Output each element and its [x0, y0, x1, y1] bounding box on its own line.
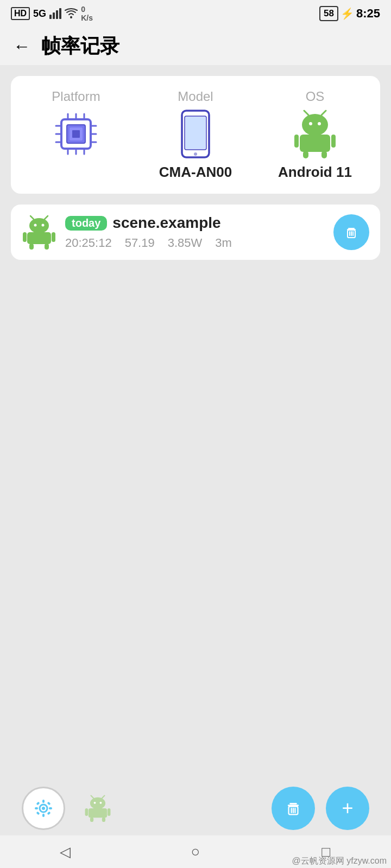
svg-line-29: [304, 111, 308, 115]
svg-point-53: [42, 807, 45, 810]
android-faded-icon: [84, 793, 111, 824]
svg-rect-61: [47, 811, 51, 815]
svg-rect-1: [53, 12, 55, 19]
svg-rect-67: [89, 808, 107, 818]
nav-home-button[interactable]: ○: [179, 841, 212, 863]
record-title-row: today scene.example: [65, 214, 325, 232]
plus-icon: +: [342, 799, 353, 818]
svg-line-39: [30, 216, 34, 219]
bottom-left-actions: [22, 787, 119, 830]
os-label: OS: [306, 89, 325, 104]
svg-rect-56: [35, 807, 38, 809]
back-button[interactable]: ←: [13, 36, 30, 56]
svg-rect-45: [45, 244, 49, 250]
svg-rect-24: [186, 117, 205, 149]
svg-rect-68: [85, 808, 88, 816]
svg-point-62: [90, 797, 105, 809]
svg-point-37: [34, 224, 37, 227]
bottom-right-actions: +: [272, 787, 369, 830]
delete-all-button[interactable]: [272, 787, 315, 830]
gear-icon: [33, 797, 54, 819]
today-badge: today: [65, 216, 107, 231]
svg-point-36: [29, 218, 49, 233]
nav-back-button[interactable]: ◁: [49, 841, 81, 863]
status-signal-5g: 5G: [33, 8, 46, 20]
svg-point-27: [309, 122, 312, 125]
svg-point-64: [100, 802, 102, 804]
svg-rect-72: [289, 803, 297, 805]
svg-rect-69: [108, 808, 110, 816]
header: ← 帧率记录: [0, 27, 391, 65]
os-value: Android 11: [278, 164, 352, 181]
status-left: HD 5G 0K/s: [11, 5, 93, 22]
svg-rect-44: [29, 244, 34, 250]
settings-button[interactable]: [22, 787, 65, 830]
phone-icon: [176, 110, 215, 158]
record-scene-name: scene.example: [112, 214, 220, 232]
main-content: Platform: [0, 65, 391, 825]
svg-rect-58: [36, 801, 40, 805]
svg-line-65: [91, 796, 94, 799]
model-value: CMA-AN00: [159, 164, 232, 181]
record-item: today scene.example 20:25:12 57.19 3.85W…: [11, 205, 380, 260]
svg-point-4: [70, 16, 72, 18]
platform-label: Platform: [52, 89, 100, 104]
time-display: 8:25: [356, 7, 380, 21]
svg-rect-60: [36, 811, 40, 815]
svg-rect-8: [72, 130, 80, 138]
trash-icon-bottom: [283, 799, 303, 818]
svg-rect-46: [348, 228, 355, 229]
record-info: today scene.example 20:25:12 57.19 3.85W…: [65, 214, 325, 250]
svg-rect-3: [59, 8, 61, 19]
svg-line-66: [102, 796, 105, 799]
os-column: OS Android 11: [255, 89, 375, 181]
svg-line-40: [45, 216, 48, 219]
android-filter-button[interactable]: [76, 787, 119, 830]
watermark: @云帆资源网 yfzyw.com: [292, 856, 387, 867]
status-right: 58 ⚡ 8:25: [319, 6, 380, 21]
wifi-icon: [65, 8, 78, 19]
record-power: 3.85W: [168, 236, 203, 250]
cpu-icon: [52, 110, 100, 158]
svg-rect-43: [52, 232, 55, 242]
trash-icon: [343, 224, 360, 241]
record-delete-button[interactable]: [333, 214, 369, 250]
signal-icon: [49, 8, 61, 19]
charging-icon: ⚡: [340, 7, 354, 20]
svg-rect-32: [294, 135, 299, 148]
svg-rect-54: [42, 800, 45, 803]
add-record-button[interactable]: +: [326, 787, 369, 830]
model-column: Model CMA-AN00: [136, 89, 255, 181]
svg-point-25: [194, 152, 197, 156]
status-hd-badge: HD: [11, 7, 30, 20]
battery-indicator: 58: [319, 6, 338, 21]
svg-line-30: [321, 111, 326, 115]
svg-rect-59: [47, 801, 51, 805]
svg-rect-71: [102, 817, 105, 822]
record-meta: 20:25:12 57.19 3.85W 3m: [65, 236, 325, 250]
svg-rect-55: [42, 814, 45, 817]
svg-rect-33: [331, 135, 336, 148]
svg-point-26: [302, 114, 328, 136]
platform-column: Platform: [16, 89, 136, 158]
android-robot-icon-large: [293, 110, 337, 158]
svg-rect-2: [56, 10, 58, 19]
svg-rect-31: [300, 135, 330, 152]
svg-rect-57: [49, 807, 52, 809]
record-time: 20:25:12: [65, 236, 112, 250]
svg-point-38: [42, 224, 45, 227]
record-duration: 3m: [215, 236, 232, 250]
svg-rect-35: [321, 151, 327, 158]
bottom-action-bar: +: [0, 781, 391, 835]
svg-rect-42: [23, 232, 27, 242]
svg-rect-70: [90, 817, 93, 822]
record-android-icon: [22, 215, 56, 250]
svg-rect-0: [49, 15, 52, 19]
nav-back-icon: ◁: [60, 844, 71, 860]
svg-point-28: [318, 122, 321, 125]
svg-point-63: [94, 802, 96, 804]
device-info-card: Platform: [11, 76, 380, 194]
svg-rect-41: [27, 232, 51, 244]
data-speed: 0K/s: [81, 5, 93, 22]
record-fps: 57.19: [125, 236, 155, 250]
